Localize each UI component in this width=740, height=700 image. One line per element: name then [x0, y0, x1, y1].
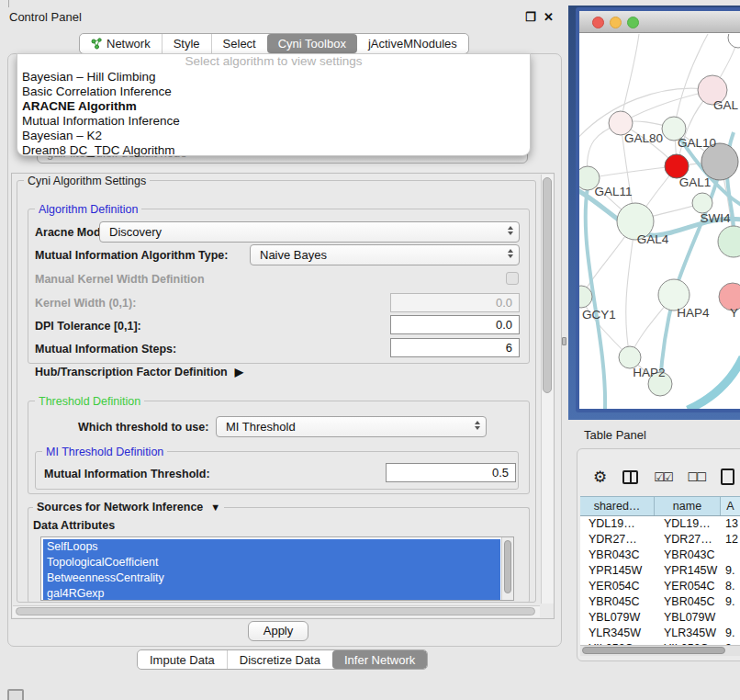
network-icon: [91, 38, 103, 50]
network-window-titlebar[interactable]: [579, 11, 740, 33]
network-node-labels: GAL GAL80 GAL10 GAL1 GAL11 SWI4 GAL4 GCY…: [582, 98, 739, 379]
export-table-icon[interactable]: [721, 469, 734, 485]
panel-title: Control Panel: [9, 10, 82, 24]
node-label: GAL80: [624, 131, 663, 145]
sources-collapse-header[interactable]: Sources for Network Inference ▼: [33, 501, 224, 514]
network-graph: GAL GAL80 GAL10 GAL1 GAL11 SWI4 GAL4 GCY…: [579, 34, 740, 409]
tab-discretize-data[interactable]: Discretize Data: [227, 650, 332, 669]
node-label: SWI4: [700, 211, 730, 225]
attributes-scrollbar-thumb[interactable]: [504, 540, 511, 593]
tab-network[interactable]: Network: [80, 34, 162, 53]
column-header-shared[interactable]: shared…: [580, 497, 655, 515]
data-attributes-label: Data Attributes: [33, 519, 115, 532]
table-row[interactable]: YBR045CYBR045C9.: [580, 594, 740, 610]
table-row[interactable]: YPR145WYPR145W9.: [580, 563, 740, 579]
dpi-tolerance-field[interactable]: 0.0: [390, 315, 520, 334]
node-label: GAL1: [679, 175, 712, 189]
hub-definition-expander[interactable]: Hub/Transcription Factor Definition ▶: [35, 366, 243, 378]
close-panel-icon[interactable]: ✕: [544, 10, 554, 24]
table-row[interactable]: YER054CYER054C8.: [580, 579, 740, 594]
screen: Control Panel ❐ ✕ Network Style Select C…: [0, 0, 740, 700]
apply-button[interactable]: Apply: [248, 621, 308, 641]
close-window-icon[interactable]: [592, 17, 604, 28]
node-table: shared… name A YDL19…YDL19…13 YDR27…YDR2…: [580, 496, 740, 649]
table-toolbar: ⚙ ☑☑ ☐☐: [580, 463, 740, 491]
node-label: Y: [730, 306, 738, 320]
node-label: GCY1: [582, 308, 616, 322]
node-gcy1[interactable]: [579, 286, 592, 308]
mi-steps-field[interactable]: 6: [390, 338, 520, 357]
table-row[interactable]: YLR345WYLR345W9.: [580, 626, 740, 641]
combo-stepper-icon: [508, 249, 513, 258]
network-canvas[interactable]: GAL GAL80 GAL10 GAL1 GAL11 SWI4 GAL4 GCY…: [579, 34, 740, 409]
manual-kernel-checkbox[interactable]: [506, 272, 519, 285]
node-label: HAP2: [633, 366, 665, 379]
window-edge-line: [8, 0, 9, 7]
attributes-scrollbar[interactable]: [501, 537, 513, 601]
cyni-settings-group-title: Cyni Algorithm Settings: [24, 175, 150, 187]
algorithm-option[interactable]: Bayesian – K2: [17, 129, 530, 143]
bottom-tabs: Impute Data Discretize Data Infer Networ…: [137, 649, 428, 670]
dpi-tolerance-label: DPI Tolerance [0,1]:: [35, 320, 141, 333]
list-item[interactable]: gal4RGexp: [43, 586, 500, 601]
settings-vscrollbar-thumb[interactable]: [543, 177, 552, 393]
column-header-name[interactable]: name: [655, 497, 721, 515]
algorithm-option-selected[interactable]: ARACNE Algorithm: [17, 99, 530, 114]
columns-icon[interactable]: [622, 470, 638, 484]
mi-algorithm-type-combo[interactable]: Naive Bayes: [250, 244, 520, 265]
node-swi4[interactable]: [692, 193, 712, 213]
node-label: GAL10: [678, 136, 716, 150]
algorithm-option[interactable]: Basic Correlation Inference: [17, 85, 530, 99]
tab-style[interactable]: Style: [162, 34, 211, 53]
tab-jactivemnodules[interactable]: jActiveMNodules: [357, 34, 468, 53]
table-hscrollbar-thumb[interactable]: [582, 647, 725, 654]
minimize-window-icon[interactable]: [610, 17, 622, 28]
expander-down-icon: ▼: [210, 502, 220, 513]
aracne-mode-combo[interactable]: Discovery: [99, 221, 520, 243]
table-row[interactable]: YBR043CYBR043C: [580, 548, 740, 563]
gear-icon[interactable]: ⚙: [593, 469, 607, 485]
combo-stepper-icon: [475, 421, 480, 430]
algorithm-dropdown-placeholder: Select algorithm to view settings: [17, 54, 530, 70]
tab-select[interactable]: Select: [211, 34, 267, 53]
which-threshold-combo[interactable]: MI Threshold: [216, 416, 487, 437]
table-row[interactable]: YDR27…YDR27…12: [580, 532, 740, 548]
control-panel-tabs: Network Style Select Cyni Toolbox jActiv…: [79, 33, 469, 54]
kernel-width-label: Kernel Width (0,1):: [35, 297, 136, 310]
which-threshold-label: Which threshold to use:: [78, 421, 208, 434]
threshold-definition-title: Threshold Definition: [35, 395, 144, 408]
algorithm-option[interactable]: Bayesian – Hill Climbing: [17, 70, 530, 85]
table-header-row: shared… name A: [580, 496, 740, 516]
algorithm-option[interactable]: Mutual Information Inference: [17, 114, 530, 129]
data-attributes-list: SelfLoops TopologicalCoefficient Between…: [40, 536, 514, 601]
select-all-icon[interactable]: ☑☑: [654, 470, 671, 484]
algorithm-option[interactable]: Dream8 DC_TDC Algorithm: [17, 143, 530, 158]
zoom-window-icon[interactable]: [627, 17, 639, 28]
expander-right-icon: ▶: [235, 366, 243, 378]
mi-threshold-label: Mutual Information Threshold:: [44, 468, 210, 480]
algorithm-definition-title: Algorithm Definition: [35, 203, 141, 216]
tab-cyni-toolbox[interactable]: Cyni Toolbox: [267, 34, 357, 53]
splitter-handle[interactable]: [562, 337, 566, 345]
node[interactable]: [728, 34, 740, 48]
tab-network-label: Network: [107, 37, 151, 51]
node-label: HAP4: [677, 306, 710, 320]
mi-threshold-field[interactable]: 0.5: [386, 463, 516, 482]
show-panel-icon[interactable]: [7, 689, 24, 700]
column-header-clipped[interactable]: A: [721, 497, 740, 515]
mi-threshold-group-title: MI Threshold Definition: [42, 446, 167, 458]
tab-impute-data[interactable]: Impute Data: [138, 650, 227, 669]
node-green-right[interactable]: [718, 226, 740, 257]
mi-algorithm-type-label: Mutual Information Algorithm Type:: [35, 249, 228, 262]
table-row[interactable]: YDL19…YDL19…13: [580, 516, 740, 532]
tab-infer-network[interactable]: Infer Network: [332, 650, 427, 669]
list-item[interactable]: BetweennessCentrality: [43, 570, 500, 586]
table-row[interactable]: YBL079WYBL079W: [580, 610, 740, 626]
list-item[interactable]: SelfLoops: [43, 539, 500, 555]
kernel-width-field[interactable]: 0.0: [390, 293, 520, 312]
algorithm-dropdown-popup: Select algorithm to view settings Bayesi…: [17, 53, 531, 156]
settings-hscrollbar-thumb[interactable]: [16, 607, 535, 615]
list-item[interactable]: TopologicalCoefficient: [43, 555, 500, 570]
float-panel-icon[interactable]: ❐: [525, 10, 536, 24]
deselect-all-icon[interactable]: ☐☐: [688, 470, 705, 484]
